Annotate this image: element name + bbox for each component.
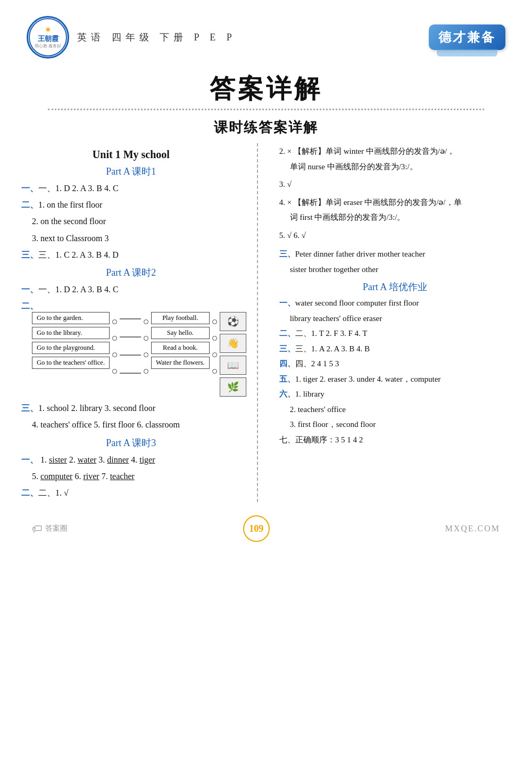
footer-right-watermark: MXQE.COM	[445, 524, 500, 533]
a1-q2-2: 2. on the second floor	[32, 214, 246, 228]
r-q3-2: sister brother together other	[290, 263, 516, 277]
match-right-dots	[144, 312, 148, 378]
part-a2-heading: Part A 课时2	[16, 266, 246, 279]
peiyu-q7: 七、正确顺序：3 5 1 4 2	[279, 433, 516, 447]
brand-logo: 德才兼备	[429, 24, 505, 50]
content-area: Unit 1 My school Part A 课时1 一、一、1. D 2. …	[16, 143, 516, 502]
part-a3-heading: Part A 课时3	[16, 437, 246, 449]
match-left-4: Go to the teachers' office.	[32, 357, 110, 369]
logo-name: 王朝霞	[38, 35, 59, 44]
a1-q1: 一、一、1. D 2. A 3. B 4. C	[21, 181, 246, 195]
match-img-1: ⚽	[220, 312, 246, 331]
match-right-4: Water the flowers.	[151, 357, 210, 369]
peiyu-q5: 五、1. tiger 2. eraser 3. under 4. water，c…	[279, 373, 516, 386]
peiyu-q6-3: 3. first floor，second floor	[290, 418, 516, 432]
r-q2-item3b: 词 first 中画线部分的发音为/3:/。	[290, 211, 516, 225]
a1-q2-3: 3. next to Classroom 3	[32, 231, 246, 245]
r-q2-item1b: 单词 nurse 中画线部分的发音为/3:/。	[290, 160, 516, 174]
matching-inner: Go to the garden. Go to the library. Go …	[32, 312, 246, 397]
footer-left: 🏷 答案圈	[32, 523, 68, 535]
matching-label: 二、	[21, 301, 246, 312]
match-left-dots	[112, 312, 117, 378]
peiyu-q1-2: library teachers' office eraser	[290, 312, 516, 326]
brand-area: 德才兼备	[429, 24, 505, 50]
a3-q2: 二、二、1. √	[21, 486, 246, 500]
a3-q1-1-text: 1. sister 2. water 3. dinner 4. tiger	[40, 455, 155, 464]
peiyu-q4: 四、四、2 4 1 5 3	[279, 357, 516, 371]
peiyu-q3: 三、三、1. A 2. A 3. B 4. B	[279, 342, 516, 356]
logo-star: ★	[45, 25, 52, 35]
matching-exercise: 二、 Go to the garden. Go to the library. …	[21, 301, 246, 397]
part-a1-heading: Part A 课时1	[16, 165, 246, 178]
peiyu-q6-label: 六、1. library	[279, 388, 516, 401]
a2-q1: 一、一、1. D 2. A 3. B 4. C	[21, 282, 246, 297]
match-img-3: 📖	[220, 356, 246, 375]
header-right: 德才兼备	[429, 24, 505, 50]
page: ★ 王朝霞 用心教 服务好 英语 四年级 下册 P E P 德才兼备 答案详解 …	[0, 0, 532, 765]
header-subject: 英语 四年级 下册 P E P	[77, 31, 236, 44]
r-q2-item3: 4. × 【解析】单词 eraser 中画线部分的发音为/ə/，单	[279, 196, 516, 210]
peiyu-heading: Part A 培优作业	[274, 281, 516, 293]
left-column: Unit 1 My school Part A 课时1 一、一、1. D 2. …	[16, 143, 258, 502]
unit-heading: Unit 1 My school	[16, 149, 246, 161]
main-title: 答案详解	[16, 72, 516, 106]
title-divider	[48, 109, 484, 110]
logo-slogan: 用心教 服务好	[35, 44, 61, 49]
peiyu-q6-2: 2. teachers' office	[290, 403, 516, 417]
match-lines-svg	[120, 312, 141, 384]
match-left-1: Go to the garden.	[32, 312, 110, 324]
match-images: ⚽ 👋 📖 🌿	[220, 312, 246, 397]
logo-circle: ★ 王朝霞 用心教 服务好	[27, 16, 69, 59]
match-right-dots2	[212, 312, 217, 378]
match-right-3: Read a book.	[151, 342, 210, 354]
logo-inner: ★ 王朝霞 用心教 服务好	[29, 18, 67, 56]
a2-q3-1: 三、1. school 2. library 3. second floor	[21, 401, 246, 415]
r-q2-item1: 2. × 【解析】单词 winter 中画线部分的发音为/ə/，	[279, 145, 516, 159]
a2-q3-2: 4. teachers' office 5. first floor 6. cl…	[32, 417, 246, 432]
header: ★ 王朝霞 用心教 服务好 英语 四年级 下册 P E P 德才兼备	[16, 11, 516, 61]
match-img-4: 🌿	[220, 377, 246, 397]
header-left: ★ 王朝霞 用心教 服务好 英语 四年级 下册 P E P	[27, 16, 236, 59]
r-q2-item4: 5. √ 6. √	[279, 229, 516, 243]
peiyu-q1: 一、water second floor computer first floo…	[279, 297, 516, 310]
right-column: 2. × 【解析】单词 winter 中画线部分的发音为/ə/， 单词 nurs…	[258, 143, 516, 502]
r-q2-item2: 3. √	[279, 178, 516, 192]
page-number: 109	[243, 515, 270, 542]
section-title: 课时练答案详解	[16, 118, 516, 137]
match-left-boxes: Go to the garden. Go to the library. Go …	[32, 312, 110, 369]
footer-left-label: 答案圈	[45, 524, 68, 533]
match-right-1: Play football.	[151, 312, 210, 324]
a1-q3: 三、三、1. C 2. A 3. B 4. D	[21, 248, 246, 262]
match-right-boxes: Play football. Say hello. Read a book. W…	[151, 312, 210, 369]
a3-q1-2: 5. computer 6. river 7. teacher	[32, 469, 246, 483]
a3-q1-1: 一、 1. sister 2. water 3. dinner 4. tiger	[21, 453, 246, 467]
match-left-2: Go to the library.	[32, 327, 110, 339]
a1-q2-label: 二、1. on the first floor	[21, 198, 246, 212]
peiyu-q2: 二、二、1. T 2. F 3. F 4. T	[279, 327, 516, 341]
match-right-2: Say hello.	[151, 327, 210, 339]
match-left-3: Go to the playground.	[32, 342, 110, 354]
r-q3: 三、Peter dinner father driver mother teac…	[279, 248, 516, 261]
page-footer: 🏷 答案圈 109 MXQE.COM	[16, 507, 516, 547]
match-img-2: 👋	[220, 334, 246, 353]
